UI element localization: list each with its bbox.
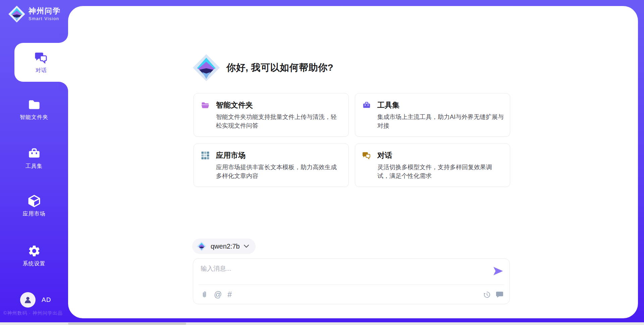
chevron-down-icon — [244, 245, 249, 248]
message-input[interactable] — [201, 264, 482, 282]
horizontal-scrollbar — [0, 322, 644, 325]
main-content: 你好, 我可以如何帮助你? 智能文件夹 智能文件夹功能支持批量文件上传与清洗，轻… — [193, 6, 510, 318]
toolbox-icon — [362, 101, 371, 110]
card-description: 灵活切换多模型文件，支持多样回复效果调试，满足个性化需求 — [377, 163, 504, 180]
chat-bubble-icon — [496, 291, 503, 299]
attach-file-button[interactable] — [201, 291, 208, 299]
sidebar-item-label: 系统设置 — [23, 260, 46, 267]
diamond-logo-icon — [197, 241, 207, 251]
diamond-logo-icon — [192, 54, 220, 82]
history-button[interactable] — [483, 291, 491, 299]
feature-cards: 智能文件夹 智能文件夹功能支持批量文件上传与清洗，轻松实现文件问答 工具集 集成… — [194, 93, 510, 187]
avatar — [20, 292, 36, 308]
sidebar-item-smart-folder[interactable]: 智能文件夹 — [0, 98, 68, 121]
card-title: 智能文件夹 — [216, 100, 253, 110]
sidebar-item-toolset[interactable]: 工具集 — [0, 147, 68, 170]
card-title: 工具集 — [377, 100, 399, 110]
sidebar: 神州问学 Smart Vision 对话 智能文件夹 工具集 — [0, 0, 68, 325]
greeting: 你好, 我可以如何帮助你? — [192, 54, 333, 82]
user-name: AD — [42, 296, 51, 304]
model-name: qwen2:7b — [211, 243, 240, 250]
message-composer: @ # — [193, 258, 510, 304]
hashtag-button[interactable]: # — [227, 291, 232, 299]
card-title: 应用市场 — [216, 150, 246, 160]
brand-subtitle: Smart Vision — [29, 16, 61, 21]
brand: 神州问学 Smart Vision — [8, 5, 61, 23]
feedback-button[interactable] — [496, 291, 503, 299]
sidebar-item-app-market[interactable]: 应用市场 — [0, 194, 68, 217]
user-profile[interactable]: AD — [20, 292, 51, 308]
sidebar-item-label: 应用市场 — [23, 210, 46, 217]
chat-bubbles-icon — [362, 151, 371, 160]
history-icon — [483, 291, 491, 299]
hash-icon: # — [227, 291, 232, 299]
copyright-footer: ©神州数码 · 神州问学出品 — [3, 310, 63, 316]
active-tab-curve-bottom — [59, 82, 68, 91]
brand-name: 神州问学 — [29, 7, 61, 15]
cube-icon — [28, 194, 41, 208]
card-toolset[interactable]: 工具集 集成市场上主流工具，助力AI与外界无缝扩展与对接 — [355, 93, 510, 137]
card-chat[interactable]: 对话 灵活切换多模型文件，支持多样回复效果调试，满足个性化需求 — [355, 143, 510, 187]
card-description: 智能文件夹功能支持批量文件上传与清洗，轻松实现文件问答 — [216, 113, 342, 130]
active-tab-curve-top — [59, 34, 68, 43]
apps-grid-icon — [201, 151, 210, 160]
paperclip-icon — [201, 291, 208, 299]
gear-icon — [28, 244, 41, 258]
at-icon: @ — [214, 291, 222, 299]
model-selector[interactable]: qwen2:7b — [192, 239, 256, 254]
mention-button[interactable]: @ — [214, 291, 222, 299]
chat-bubbles-icon — [35, 51, 48, 64]
sidebar-item-label: 工具集 — [25, 163, 43, 170]
sidebar-item-chat[interactable]: 对话 — [14, 43, 68, 82]
composer-divider — [199, 284, 504, 285]
toolbox-icon — [28, 147, 41, 160]
brand-diamond-logo-icon — [8, 5, 25, 23]
composer-toolbar: @ # — [201, 287, 503, 302]
send-icon[interactable] — [493, 266, 503, 276]
composer-toolbar-right — [483, 291, 503, 299]
main-panel: 你好, 我可以如何帮助你? 智能文件夹 智能文件夹功能支持批量文件上传与清洗，轻… — [68, 6, 638, 318]
folder-open-icon — [201, 101, 210, 110]
folder-icon — [28, 98, 41, 111]
card-app-market[interactable]: 应用市场 应用市场提供丰富长文本模板，助力高效生成多样化文章内容 — [194, 143, 349, 187]
sidebar-item-settings[interactable]: 系统设置 — [0, 244, 68, 267]
sidebar-item-label: 对话 — [36, 67, 47, 74]
person-icon — [23, 295, 33, 305]
horizontal-scrollbar-thumb[interactable] — [68, 323, 186, 325]
sidebar-item-label: 智能文件夹 — [20, 114, 48, 121]
card-description: 应用市场提供丰富长文本模板，助力高效生成多样化文章内容 — [216, 163, 342, 180]
card-description: 集成市场上主流工具，助力AI与外界无缝扩展与对接 — [377, 113, 504, 130]
card-title: 对话 — [377, 150, 392, 160]
card-smart-folder[interactable]: 智能文件夹 智能文件夹功能支持批量文件上传与清洗，轻松实现文件问答 — [194, 93, 349, 137]
greeting-text: 你好, 我可以如何帮助你? — [226, 61, 333, 74]
